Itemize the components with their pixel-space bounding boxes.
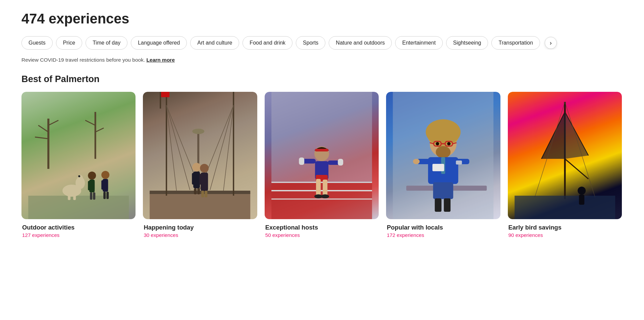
svg-rect-76 bbox=[445, 141, 452, 146]
svg-point-15 bbox=[88, 172, 96, 180]
filter-pill-art-and-culture[interactable]: Art and culture bbox=[190, 36, 239, 50]
svg-rect-43 bbox=[194, 188, 197, 194]
card-image-exceptional-hosts bbox=[265, 92, 379, 219]
filter-bar: GuestsPriceTime of dayLanguage offeredAr… bbox=[21, 36, 623, 50]
svg-rect-60 bbox=[315, 161, 328, 180]
svg-rect-37 bbox=[198, 132, 200, 192]
svg-line-97 bbox=[565, 159, 588, 179]
svg-rect-16 bbox=[89, 180, 95, 192]
card-sub-outdoor-activities: 127 experiences bbox=[22, 232, 135, 238]
svg-point-74 bbox=[426, 119, 461, 145]
svg-rect-44 bbox=[198, 188, 200, 194]
page-wrapper: 474 experiences GuestsPriceTime of dayLa… bbox=[0, 0, 644, 259]
svg-rect-11 bbox=[73, 191, 76, 200]
svg-rect-52 bbox=[161, 92, 170, 97]
svg-rect-20 bbox=[93, 192, 95, 200]
svg-point-45 bbox=[200, 164, 209, 173]
svg-rect-93 bbox=[515, 92, 615, 169]
svg-rect-10 bbox=[68, 191, 70, 200]
svg-rect-86 bbox=[417, 159, 430, 164]
filter-pill-transportation[interactable]: Transportation bbox=[491, 36, 540, 50]
svg-point-81 bbox=[447, 142, 450, 145]
card-sub-popular-with-locals: 172 experiences bbox=[387, 232, 499, 238]
svg-point-38 bbox=[193, 129, 205, 134]
svg-point-80 bbox=[436, 142, 439, 145]
svg-rect-64 bbox=[338, 159, 343, 166]
card-info-exceptional-hosts: Exceptional hosts 50 experiences bbox=[265, 219, 379, 239]
svg-marker-98 bbox=[541, 112, 565, 159]
card-exceptional-hosts[interactable]: Exceptional hosts 50 experiences bbox=[265, 92, 379, 239]
svg-point-72 bbox=[430, 130, 457, 157]
card-early-bird-savings[interactable]: Early bird savings 90 experiences bbox=[508, 92, 622, 239]
svg-rect-84 bbox=[441, 157, 445, 174]
filter-pill-time-of-day[interactable]: Time of day bbox=[86, 36, 127, 50]
svg-rect-51 bbox=[160, 92, 161, 109]
card-happening-today[interactable]: Happening today 30 experiences bbox=[143, 92, 257, 239]
svg-rect-92 bbox=[444, 198, 450, 212]
svg-point-103 bbox=[578, 187, 586, 195]
card-info-outdoor-activities: Outdoor activities 127 experiences bbox=[21, 219, 136, 239]
svg-rect-75 bbox=[434, 141, 441, 146]
svg-rect-65 bbox=[316, 175, 328, 182]
svg-point-82 bbox=[436, 146, 450, 158]
svg-rect-91 bbox=[435, 198, 441, 212]
card-outdoor-activities[interactable]: Outdoor activities 127 experiences bbox=[21, 92, 136, 239]
svg-line-79 bbox=[452, 143, 457, 144]
svg-rect-70 bbox=[393, 92, 493, 219]
svg-point-39 bbox=[193, 163, 201, 172]
svg-rect-42 bbox=[197, 173, 200, 185]
svg-rect-85 bbox=[432, 164, 444, 171]
filter-pill-sports[interactable]: Sports bbox=[296, 36, 325, 50]
svg-point-13 bbox=[77, 175, 83, 182]
svg-rect-49 bbox=[202, 191, 204, 197]
svg-rect-41 bbox=[192, 173, 195, 185]
svg-point-14 bbox=[78, 175, 80, 177]
svg-rect-87 bbox=[457, 159, 469, 164]
svg-line-32 bbox=[167, 105, 177, 191]
card-label-exceptional-hosts: Exceptional hosts bbox=[265, 224, 378, 231]
card-sub-early-bird-savings: 90 experiences bbox=[508, 232, 621, 238]
filter-pill-language-offered[interactable]: Language offered bbox=[131, 36, 187, 50]
card-info-popular-with-locals: Popular with locals 172 experiences bbox=[386, 219, 500, 239]
card-popular-with-locals[interactable]: Popular with locals 172 experiences bbox=[386, 92, 500, 239]
svg-rect-19 bbox=[90, 192, 92, 200]
card-sub-happening-today: 30 experiences bbox=[144, 232, 256, 238]
svg-line-101 bbox=[565, 102, 595, 197]
card-label-happening-today: Happening today bbox=[144, 224, 256, 231]
svg-line-4 bbox=[48, 120, 58, 125]
svg-marker-99 bbox=[565, 112, 588, 159]
svg-rect-50 bbox=[205, 191, 208, 197]
best-of-section-title: Best of Palmerton bbox=[21, 74, 623, 84]
svg-line-2 bbox=[38, 125, 48, 132]
learn-more-link[interactable]: Learn more bbox=[147, 57, 175, 63]
svg-line-7 bbox=[95, 128, 104, 132]
filter-pill-nature-and-outdoors[interactable]: Nature and outdoors bbox=[329, 36, 392, 50]
svg-rect-61 bbox=[302, 159, 316, 164]
svg-line-35 bbox=[224, 105, 234, 191]
card-label-outdoor-activities: Outdoor activities bbox=[22, 224, 135, 231]
filter-pill-guests[interactable]: Guests bbox=[21, 36, 53, 50]
page-title: 474 experiences bbox=[21, 11, 623, 27]
svg-line-95 bbox=[541, 112, 565, 159]
filter-pill-sightseeing[interactable]: Sightseeing bbox=[446, 36, 488, 50]
filter-pill-price[interactable]: Price bbox=[56, 36, 82, 50]
svg-rect-62 bbox=[299, 157, 304, 165]
filter-pill-entertainment[interactable]: Entertainment bbox=[395, 36, 443, 50]
svg-line-36 bbox=[210, 105, 234, 190]
svg-rect-83 bbox=[428, 157, 458, 184]
svg-line-3 bbox=[35, 137, 48, 139]
filter-scroll-next-button[interactable]: › bbox=[545, 37, 557, 49]
card-info-happening-today: Happening today 30 experiences bbox=[143, 219, 257, 239]
card-info-early-bird-savings: Early bird savings 90 experiences bbox=[508, 219, 622, 239]
svg-rect-8 bbox=[28, 196, 129, 219]
svg-rect-89 bbox=[456, 161, 462, 165]
svg-rect-47 bbox=[200, 174, 203, 185]
filter-pill-food-and-drink[interactable]: Food and drink bbox=[243, 36, 292, 50]
svg-rect-25 bbox=[103, 192, 106, 199]
svg-rect-63 bbox=[328, 161, 339, 165]
svg-rect-46 bbox=[201, 173, 208, 191]
svg-rect-18 bbox=[92, 181, 95, 190]
svg-point-58 bbox=[314, 146, 329, 161]
svg-point-12 bbox=[75, 177, 85, 189]
svg-rect-0 bbox=[28, 92, 129, 219]
